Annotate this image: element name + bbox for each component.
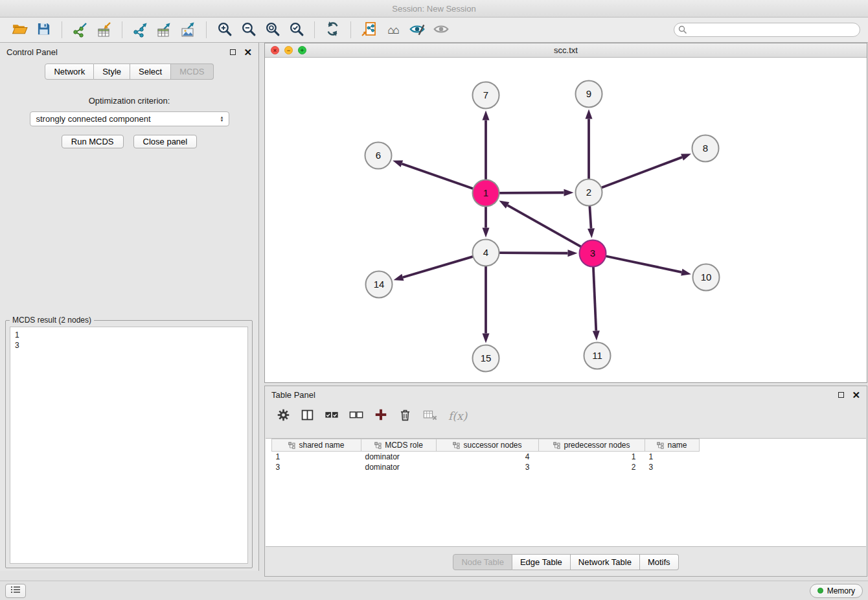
select-all-columns-button[interactable]: [325, 410, 339, 422]
close-panel-button[interactable]: Close panel: [133, 135, 198, 148]
edge-2-to-8[interactable]: [601, 154, 691, 187]
deselect-all-columns-button[interactable]: [349, 410, 363, 422]
edge-3-to-11[interactable]: [593, 266, 600, 340]
maximize-window-icon[interactable]: +: [298, 46, 306, 54]
node-3[interactable]: 3: [580, 240, 606, 267]
node-7[interactable]: 7: [473, 82, 499, 109]
node-9[interactable]: 9: [576, 81, 602, 108]
edge-2-to-3[interactable]: [588, 205, 595, 238]
delete-columns-button[interactable]: [398, 408, 412, 424]
edge-4-to-15[interactable]: [483, 266, 490, 343]
console-button[interactable]: [5, 584, 26, 598]
apply-layout-button[interactable]: [321, 19, 345, 40]
column-header-predecessor-nodes[interactable]: predecessor nodes: [539, 439, 645, 452]
close-panel-icon[interactable]: ✕: [244, 47, 252, 57]
save-session-button[interactable]: [32, 19, 56, 40]
run-mcds-button[interactable]: Run MCDS: [62, 135, 124, 148]
node-6[interactable]: 6: [365, 143, 392, 169]
select-stepper-icon: ▲▼: [220, 116, 225, 122]
tab-select[interactable]: Select: [130, 63, 171, 80]
save-floppy-icon: [36, 21, 51, 38]
mcds-result-line: 3: [15, 340, 243, 351]
optimization-select[interactable]: strongly connected component ▲▼: [30, 111, 229, 126]
tab-edge-table[interactable]: Edge Table: [512, 554, 571, 570]
control-panel: Control Panel ✕ Network Style Select MCD…: [0, 43, 259, 571]
network-canvas[interactable]: 7968124314101511: [265, 58, 867, 382]
node-2[interactable]: 2: [576, 179, 602, 206]
hide-graphics-details-button[interactable]: [429, 19, 453, 40]
edge-1-to-2[interactable]: [499, 189, 573, 196]
function-builder-button[interactable]: f(x): [448, 410, 467, 422]
network-window-title: scc.txt: [265, 45, 867, 55]
edge-3-to-10[interactable]: [606, 256, 691, 275]
edge-4-to-14[interactable]: [394, 257, 474, 281]
open-folder-icon: [12, 21, 28, 39]
node-15[interactable]: 15: [473, 345, 499, 372]
memory-label: Memory: [827, 586, 855, 595]
zoom-out-button[interactable]: [236, 19, 260, 40]
network-graph[interactable]: 7968124314101511: [265, 58, 867, 382]
column-header-shared-name[interactable]: shared name: [272, 439, 361, 452]
table-panel-title: Table Panel: [271, 390, 315, 400]
node-label: 2: [586, 187, 591, 198]
export-network-button[interactable]: [128, 19, 152, 40]
edge-1-to-7[interactable]: [483, 111, 490, 180]
float-panel-icon[interactable]: [838, 392, 844, 398]
node-10[interactable]: 10: [693, 264, 720, 291]
mcds-result-title: MCDS result (2 nodes): [10, 316, 94, 325]
tab-network-table[interactable]: Network Table: [571, 554, 640, 570]
import-table-button[interactable]: [92, 19, 116, 40]
fx-icon: f(x): [448, 410, 467, 422]
node-4[interactable]: 4: [473, 240, 499, 266]
node-1[interactable]: 1: [473, 180, 499, 207]
column-header-successor-nodes[interactable]: successor nodes: [437, 439, 539, 452]
minimize-window-icon[interactable]: −: [284, 46, 293, 54]
zoom-fit-button[interactable]: [260, 19, 284, 40]
show-columns-button[interactable]: [301, 408, 314, 424]
new-network-from-selection-button[interactable]: [357, 19, 381, 40]
node-14[interactable]: 14: [366, 271, 393, 298]
memory-button[interactable]: Memory: [810, 584, 863, 598]
tab-mcds[interactable]: MCDS: [171, 63, 213, 80]
network-window-titlebar[interactable]: scc.txt × − +: [265, 43, 867, 58]
mcds-result-textarea[interactable]: 1 3: [10, 327, 248, 564]
zoom-in-button[interactable]: [212, 19, 236, 40]
edge-1-to-4[interactable]: [483, 207, 490, 238]
window-titlebar[interactable]: Session: New Session: [0, 0, 868, 17]
show-graphics-details-button[interactable]: [405, 19, 429, 40]
column-header-mcds-role[interactable]: MCDS role: [361, 439, 437, 452]
edge-2-to-9[interactable]: [586, 110, 593, 179]
edge-3-to-1[interactable]: [499, 201, 581, 247]
status-bar: Memory: [0, 581, 868, 600]
column-header-name[interactable]: name: [645, 439, 700, 452]
table-row[interactable]: 3 dominator 3 2 3: [272, 462, 700, 472]
tab-style[interactable]: Style: [94, 63, 130, 80]
tab-node-table[interactable]: Node Table: [453, 554, 512, 570]
import-network-button[interactable]: [68, 19, 92, 40]
first-neighbors-button[interactable]: ⌂⌂: [381, 19, 405, 40]
table-panel-tabs: Node Table Edge Table Network Table Moti…: [265, 554, 867, 570]
edge-1-to-6[interactable]: [393, 161, 473, 189]
float-panel-icon[interactable]: [230, 49, 236, 55]
close-window-icon[interactable]: ×: [271, 46, 279, 54]
export-table-button[interactable]: [152, 19, 176, 40]
create-column-button[interactable]: [374, 408, 388, 424]
node-8[interactable]: 8: [692, 135, 719, 162]
trash-icon: [398, 408, 412, 424]
close-panel-icon[interactable]: ✕: [852, 390, 860, 400]
node-label: 6: [376, 150, 381, 161]
node-table-area[interactable]: shared name MCDS role successor nodes pr…: [266, 438, 866, 547]
export-image-button[interactable]: [176, 19, 200, 40]
edge-4-to-3[interactable]: [499, 249, 577, 257]
tab-motifs[interactable]: Motifs: [640, 554, 679, 570]
table-settings-button[interactable]: [277, 408, 290, 424]
zoom-selected-button[interactable]: [284, 19, 308, 40]
open-session-button[interactable]: [8, 19, 32, 40]
table-row[interactable]: 1 dominator 4 1 1: [272, 452, 700, 462]
export-table-icon: [156, 21, 173, 40]
node-11[interactable]: 11: [584, 343, 611, 369]
first-neighbors-houses-icon: ⌂⌂: [387, 25, 398, 36]
tab-network[interactable]: Network: [45, 63, 94, 80]
delete-table-button[interactable]: [422, 408, 438, 424]
search-input[interactable]: [674, 23, 860, 37]
